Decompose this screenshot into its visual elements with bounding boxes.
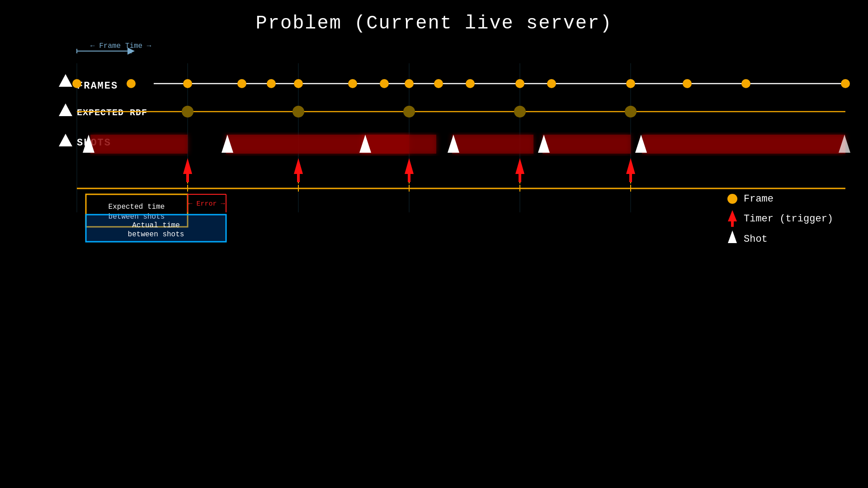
svg-marker-62 <box>515 158 524 174</box>
svg-point-21 <box>405 79 414 88</box>
svg-point-37 <box>625 106 637 117</box>
diagram: ← Frame Time → FRAMES EXPECTED RDF SHOTS <box>0 36 868 253</box>
svg-rect-42 <box>362 135 436 154</box>
svg-point-36 <box>514 106 526 117</box>
svg-point-25 <box>547 79 556 88</box>
svg-point-13 <box>72 79 81 88</box>
svg-marker-56 <box>294 158 303 174</box>
svg-point-27 <box>683 79 692 88</box>
svg-rect-60 <box>408 174 410 182</box>
svg-marker-59 <box>405 158 414 174</box>
svg-point-15 <box>183 79 192 88</box>
svg-marker-86 <box>728 210 737 221</box>
svg-text:Frame: Frame <box>744 193 774 205</box>
svg-rect-43 <box>452 135 533 154</box>
svg-text:← Frame Time →: ← Frame Time → <box>90 42 151 50</box>
svg-text:FRAMES: FRAMES <box>77 80 118 92</box>
svg-point-22 <box>434 79 443 88</box>
svg-text:Shot: Shot <box>744 234 768 245</box>
svg-point-84 <box>727 194 737 204</box>
svg-marker-38 <box>59 134 72 146</box>
svg-text:Timer (trigger): Timer (trigger) <box>744 213 833 225</box>
svg-point-16 <box>237 79 246 88</box>
svg-marker-10 <box>59 74 72 87</box>
svg-text:Actual time: Actual time <box>132 221 180 230</box>
svg-text:Expected time: Expected time <box>108 203 165 211</box>
svg-point-35 <box>403 106 415 117</box>
svg-rect-63 <box>519 174 521 182</box>
svg-rect-57 <box>297 174 300 182</box>
svg-point-18 <box>294 79 303 88</box>
svg-point-20 <box>380 79 389 88</box>
svg-marker-30 <box>59 103 72 116</box>
svg-point-34 <box>292 106 304 117</box>
svg-point-14 <box>127 79 136 88</box>
svg-rect-40 <box>90 135 188 154</box>
svg-rect-44 <box>542 135 631 154</box>
svg-rect-54 <box>186 174 189 182</box>
svg-point-19 <box>348 79 357 88</box>
svg-point-33 <box>182 106 193 117</box>
svg-point-26 <box>626 79 635 88</box>
svg-marker-89 <box>728 230 737 243</box>
svg-text:EXPECTED RDF: EXPECTED RDF <box>77 108 147 118</box>
svg-point-17 <box>267 79 276 88</box>
svg-rect-66 <box>629 174 632 182</box>
svg-marker-65 <box>626 158 635 174</box>
svg-rect-87 <box>731 221 734 227</box>
svg-point-29 <box>841 79 850 88</box>
svg-text:between shots: between shots <box>128 230 184 239</box>
svg-marker-53 <box>183 158 192 174</box>
svg-point-23 <box>466 79 475 88</box>
svg-point-24 <box>515 79 524 88</box>
svg-point-28 <box>741 79 750 88</box>
svg-rect-45 <box>642 135 845 154</box>
svg-text:← Error →: ← Error → <box>188 200 225 208</box>
